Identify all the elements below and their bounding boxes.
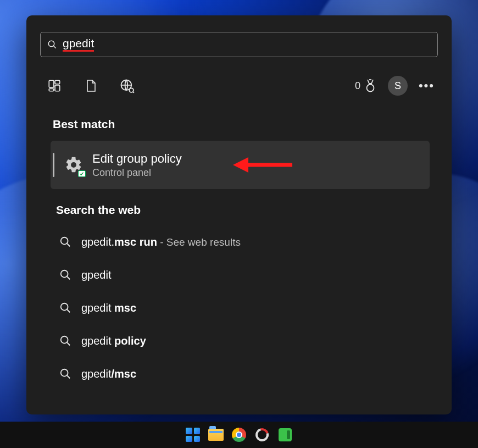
rewards-points[interactable]: 0 [355, 79, 377, 93]
windows-search-panel: gpedit [26, 15, 452, 414]
app-green-icon[interactable] [277, 427, 293, 443]
svg-marker-11 [233, 157, 248, 173]
svg-line-1 [53, 46, 56, 48]
web-result-prefix: gpedit [81, 368, 112, 380]
chrome-icon[interactable] [231, 427, 247, 443]
svg-point-18 [61, 336, 68, 344]
web-result-suffix: - See web results [157, 236, 241, 248]
svg-rect-2 [49, 80, 54, 87]
web-results-list: gpedit.msc run - See web resultsgpeditgp… [51, 225, 452, 390]
documents-filter-icon[interactable] [83, 78, 98, 93]
user-avatar[interactable]: S [388, 76, 408, 96]
svg-line-13 [67, 244, 70, 247]
svg-line-15 [67, 276, 70, 280]
svg-rect-5 [49, 89, 54, 91]
svg-point-16 [61, 303, 68, 311]
best-match-title: Edit group policy [92, 151, 182, 167]
annotation-arrow [233, 155, 293, 175]
search-icon [47, 40, 57, 49]
web-result-item[interactable]: gpedit [51, 258, 452, 291]
file-explorer-icon[interactable] [208, 427, 224, 443]
svg-line-17 [67, 309, 70, 313]
svg-point-20 [61, 369, 68, 377]
verified-check-icon: ✔ [78, 170, 86, 177]
svg-line-19 [67, 342, 70, 346]
search-icon [59, 335, 71, 347]
web-result-prefix: gpedit [81, 302, 114, 314]
rewards-count: 0 [355, 80, 360, 92]
web-result-bold: msc [114, 302, 136, 314]
svg-line-21 [67, 375, 70, 379]
search-query-text[interactable]: gpedit [63, 37, 94, 51]
app-ring-icon[interactable] [254, 427, 270, 443]
web-filter-icon[interactable] [119, 78, 135, 93]
avatar-initial: S [394, 80, 401, 92]
web-result-prefix: gpedit [81, 335, 114, 347]
best-match-subtitle: Control panel [92, 167, 182, 179]
search-web-heading: Search the web [56, 203, 452, 217]
web-result-prefix: gpedit [81, 269, 112, 281]
search-icon [59, 368, 71, 380]
best-match-result[interactable]: ✔ Edit group policy Control panel [51, 141, 430, 189]
web-result-bold: /msc [112, 368, 137, 380]
web-result-item[interactable]: gpedit/msc [51, 357, 452, 390]
filter-row: 0 S ••• [40, 69, 438, 102]
svg-rect-4 [55, 85, 60, 91]
web-result-item[interactable]: gpedit.msc run - See web results [51, 225, 452, 258]
start-button[interactable] [185, 427, 201, 443]
svg-point-12 [61, 237, 68, 245]
more-options-icon[interactable]: ••• [419, 79, 435, 93]
svg-rect-3 [55, 80, 60, 84]
svg-line-8 [133, 92, 134, 93]
best-match-heading: Best match [53, 118, 452, 131]
search-icon [59, 269, 71, 281]
apps-filter-icon[interactable] [47, 78, 62, 93]
web-result-bold: msc run [114, 236, 157, 248]
web-result-prefix: gpedit. [81, 236, 114, 248]
group-policy-icon: ✔ [63, 154, 85, 176]
taskbar [0, 422, 478, 448]
svg-point-7 [129, 88, 133, 92]
web-result-bold: policy [114, 335, 146, 347]
search-icon [59, 236, 71, 248]
svg-point-14 [61, 270, 68, 278]
web-result-item[interactable]: gpedit msc [51, 291, 452, 324]
search-input-box[interactable]: gpedit [40, 32, 438, 57]
rewards-medal-icon [364, 79, 377, 93]
web-result-item[interactable]: gpedit policy [51, 324, 452, 357]
search-icon [59, 302, 71, 314]
svg-point-0 [48, 41, 54, 47]
svg-point-9 [366, 85, 374, 92]
